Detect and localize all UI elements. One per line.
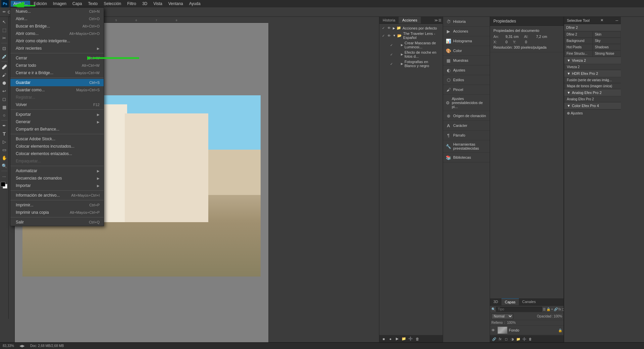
menu-incrustar[interactable]: Colocar elementos incrustados... [10,143,104,150]
menu-enlazar[interactable]: Colocar elementos enlazados... [10,150,104,157]
color-efex-header[interactable]: ▼ Color Efex Pro 4 [564,102,621,109]
menu-abrir-como[interactable]: Abrir como... Alt+Mayús+Ctrl+O [10,30,104,37]
menu-generar[interactable]: Generar ▶ [10,118,104,126]
menu-automatizar[interactable]: Automatizar ▶ [10,167,104,174]
menu-seleccion[interactable]: Selección [101,1,124,7]
props-parrafo[interactable]: ¶ Párrafo [443,131,490,140]
props-pincel[interactable]: 🖌 Pincel [443,85,490,95]
tab-acciones[interactable]: Acciones [399,17,421,23]
stop-button[interactable]: ■ [381,336,387,342]
menu-ventana[interactable]: Ventana [166,1,186,7]
delete-action-button[interactable]: 🗑 [414,336,420,342]
gradient-tool[interactable]: ▦ [1,103,8,111]
brush-tool[interactable]: 🖌 [1,71,8,79]
menu-capa[interactable]: Capa [70,1,85,7]
menu-ayuda[interactable]: Ayuda [186,1,203,7]
analog-header[interactable]: ▼ Analog Efex Pro 2 [564,89,621,96]
layers-lock-btn[interactable]: 🔒 [546,306,550,312]
layer-fondo-row[interactable]: 👁 Fondo 🔒 [490,326,564,335]
adjust-button[interactable]: ◑ [509,336,515,342]
pen-tool[interactable]: ✒ [1,122,8,129]
menu-cerrar-todo[interactable]: Cerrar todo Alt+Ctrl+W [10,62,104,69]
lasso-tool[interactable]: ⬚ [1,26,8,34]
path-select-tool[interactable]: ▷ [1,138,8,145]
crop-tool[interactable]: ⊡ [1,45,8,52]
layers-menu-btn[interactable]: ☰ [543,306,546,312]
folder-button[interactable]: 📁 [516,336,521,342]
props-origen[interactable]: ⊕ Origen de clonación [443,111,490,121]
selective-minimize-icon[interactable]: ─ [615,18,618,22]
heal-tool[interactable]: 🩹 [1,63,8,70]
menu-icon[interactable]: ☰ [438,18,441,22]
props-caracter[interactable]: A Carácter [443,121,490,131]
props-ajustes[interactable]: ◐ Ajustes [443,65,490,75]
history-brush-tool[interactable]: ↩ [1,87,8,95]
menu-guardar-como[interactable]: Guardar como... Mayús+Ctrl+S [10,86,104,94]
menu-info-archivo[interactable]: Información de archivo... Alt+Mayús+Ctrl… [10,192,104,199]
menu-secuencias[interactable]: Secuencias de comandos ▶ [10,174,104,182]
layers-search-input[interactable] [496,307,542,312]
menu-edicion[interactable]: Edición [31,1,49,7]
props-estilos[interactable]: ⬡ Estilos [443,75,490,85]
new-action-button[interactable]: ➕ [408,336,414,342]
extra-tools[interactable]: ··· [1,172,8,180]
menu-abrir[interactable]: Abrir... Ctrl+O [10,15,104,22]
action-row-blanco[interactable]: ✓ · ▶ Fotografias en Blanco y negro [381,59,441,68]
menu-filtro[interactable]: Filtro [124,1,139,7]
action-row-mascaras[interactable]: ✓ · ▶ Crear Mascaras de Luminosi... [381,40,441,50]
hdr-header[interactable]: ▼ HDR Efex Pro 2 [564,70,621,77]
menu-cerrar-bridge[interactable]: Cerrar e ir a Bridge... Mayús+Ctrl+W [10,69,104,77]
color-swatches[interactable] [1,182,8,189]
link-layers-button[interactable]: 🔗 [491,336,497,342]
menu-volver[interactable]: Volver F12 [10,101,104,108]
menu-imprimir-copia[interactable]: Imprimir una copia Alt+Mayús+Ctrl+P [10,209,104,216]
hand-tool[interactable]: ✋ [1,154,8,161]
ajustes-row[interactable]: ⊕ Ajustes [564,109,621,117]
analog-item[interactable]: Analog Efex Pro 2 [564,96,621,102]
props-muestras[interactable]: ▦ Muestras [443,56,490,65]
layers-add-btn[interactable]: + [551,306,553,312]
tab-3d[interactable]: 3D [490,298,501,305]
layers-link-btn[interactable]: 🔗 [554,306,558,312]
menu-vista[interactable]: Vista [151,1,165,7]
props-ajustes-pre[interactable]: ⚙ Ajustes preestablecidos de pi... [443,95,490,111]
props-bibliotecas[interactable]: 📚 Bibliotecas [443,153,490,162]
menu-archivo[interactable]: Archiv... [11,1,30,7]
menu-guardar[interactable]: Guardar Ctrl+S [10,79,104,86]
text-tool[interactable]: T [1,130,8,137]
layers-effect-btn[interactable]: fx [558,306,561,312]
zoom-tool[interactable]: 🔍 [1,162,8,169]
play-button[interactable]: ▶ [394,336,400,342]
menu-3d[interactable]: 3D [140,1,150,7]
hdr-item-1[interactable]: Fusión (serie de varias imág... [564,77,621,83]
mask-button[interactable]: ◻ [503,336,509,342]
menu-imprimir[interactable]: Imprimir... Ctrl+P [10,201,104,209]
menu-imagen[interactable]: Imagen [50,1,69,7]
menu-exportar[interactable]: Exportar ▶ [10,111,104,118]
menu-texto[interactable]: Texto [86,1,101,7]
viveza2-header[interactable]: ▼ Viveza 2 [564,57,621,64]
menu-stock[interactable]: Buscar Adobe Stock... [10,135,104,143]
action-row-traveler[interactable]: ✓ 👁 ▼ 📂 The Traveler Lens - Español [381,31,441,40]
dodge-tool[interactable]: ○ [1,111,8,119]
selective-close-icon[interactable]: ✕ [600,18,603,22]
stamp-tool[interactable]: ⬢ [1,79,8,87]
layer-visibility-icon[interactable]: 👁 [491,328,496,332]
menu-compartir[interactable]: Compartir en Behance... [10,126,104,133]
props-historia[interactable]: ⏱ Historia [443,17,490,27]
record-button[interactable]: ● [387,336,393,342]
action-row-default[interactable]: ✓ 👁 ▶ 📁 Acciones por defecto [381,25,441,31]
shape-tool[interactable]: ▭ [1,146,8,153]
props-acciones[interactable]: ▶ Acciones [443,27,490,36]
menu-nuevo[interactable]: Nuevo... Ctrl+N [10,8,104,15]
tab-historia[interactable]: Historia [379,17,399,23]
new-layer-button[interactable]: ➕ [522,336,527,342]
expand-icon[interactable]: ≫ [434,18,438,22]
fx-button[interactable]: fx [497,336,503,342]
eraser-tool[interactable]: ◻ [1,95,8,103]
menu-importar[interactable]: Importar ▶ [10,182,104,189]
props-color[interactable]: 🎨 Color [443,46,490,56]
menu-abrir-objeto[interactable]: Abrir como objeto inteligente... [10,37,104,45]
menu-buscar-bridge[interactable]: Buscar en Bridge... Alt+Ctrl+O [10,22,104,30]
viveza2-item[interactable]: Viveza 2 [564,64,621,70]
